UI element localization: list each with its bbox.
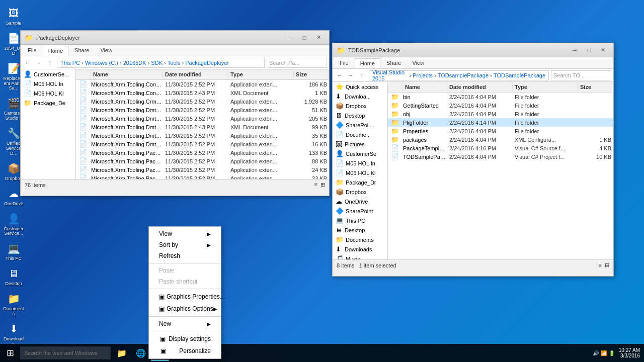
nav-item-2-15[interactable]: 🖥Desktop: [333, 225, 387, 235]
nav-item-2-14[interactable]: 💻This PC: [333, 216, 387, 225]
col-check-1[interactable]: [76, 70, 91, 78]
col-check-2[interactable]: [388, 83, 403, 91]
ctx-item-0[interactable]: View▶: [149, 228, 221, 239]
file-row-2-3[interactable]: 📁 PkgFolder 2/24/2016 4:14 PM File folde…: [388, 118, 613, 127]
nav-item-2-2[interactable]: 📦Dropbox: [333, 101, 387, 111]
file-row-1-10[interactable]: 📄 Microsoft.Xrm.Tooling.PackageDep... 11…: [76, 165, 329, 174]
col-name-2[interactable]: Name: [403, 83, 447, 91]
col-name-1[interactable]: Name: [91, 70, 163, 78]
minimize-button-2[interactable]: ─: [568, 45, 581, 55]
nav-item-2-18[interactable]: 🎵Music: [333, 254, 387, 259]
file-row-1-8[interactable]: 📄 Microsoft.Xrm.Tooling.PackageDep... 11…: [76, 148, 329, 157]
col-type-1[interactable]: Type: [228, 70, 294, 78]
search-box-1[interactable]: Search Pa...: [267, 58, 327, 68]
file-row-1-0[interactable]: 📄 Microsoft.Xrm.Tooling.Connector.dll 11…: [76, 80, 329, 88]
file-row-2-1[interactable]: 📁 GettingStarted 2/24/2016 4:04 PM File …: [388, 101, 613, 110]
file-row-1-3[interactable]: 📄 Microsoft.Xrm.Tooling.Dmt.DataMig... 1…: [76, 106, 329, 114]
nav-item-2-8[interactable]: 📄M05 HOL In: [333, 158, 387, 168]
up-button-1[interactable]: ↑: [45, 58, 55, 68]
nav-item-1-1[interactable]: 📄M05 HOL In: [21, 79, 75, 88]
file-row-1-2[interactable]: 📄 Microsoft.Xrm.Tooling.CrmConnector.C..…: [76, 97, 329, 106]
nav-item-2-4[interactable]: 🔷SharePoi...: [333, 120, 387, 130]
file-row-2-7[interactable]: 📄 TODSamplePackage 2/24/2016 4:04 PM Vis…: [388, 152, 613, 161]
col-size-2[interactable]: Size: [578, 83, 613, 91]
file-row-1-7[interactable]: 📄 Microsoft.Xrm.Tooling.Dmt.Metadata... …: [76, 140, 329, 148]
file-row-1-4[interactable]: 📄 Microsoft.Xrm.Tooling.Dmt.ImportPro...…: [76, 114, 329, 123]
file-row-1-9[interactable]: 📄 Microsoft.Xrm.Tooling.PackageDep... 11…: [76, 157, 329, 165]
address-path-2[interactable]: Visual Studio 2015 › Projects › TODsampl…: [369, 70, 549, 80]
forward-button-2[interactable]: →: [346, 70, 356, 80]
nav-item-2-6[interactable]: 🖼Pictures: [333, 139, 387, 149]
back-button-2[interactable]: ←: [335, 70, 345, 80]
detail-view-icon-1[interactable]: ⊞: [320, 182, 325, 188]
tab-share-2[interactable]: Share: [381, 58, 406, 68]
back-button-1[interactable]: ←: [23, 58, 33, 68]
desktop-icon-this_pc[interactable]: 💻This PC: [2, 239, 25, 263]
ctx-item-7[interactable]: ▣Graphics Properties...: [149, 291, 221, 303]
maximize-button-1[interactable]: □: [298, 33, 311, 43]
tab-share-1[interactable]: Share: [69, 46, 94, 56]
desktop-icon-documents[interactable]: 📁Documents: [2, 290, 25, 319]
nav-item-1-0[interactable]: 👤CustomerSe...: [21, 69, 75, 79]
nav-item-2-3[interactable]: 🖥Desktop: [333, 111, 387, 120]
nav-item-2-7[interactable]: 👤CustomerSe: [333, 149, 387, 158]
file-row-2-5[interactable]: 📁 packages 2/24/2016 4:04 PM XML Configu…: [388, 135, 613, 144]
nav-item-2-0[interactable]: ⭐Quick access: [333, 82, 387, 92]
nav-item-2-1[interactable]: ⬇Downloa...: [333, 92, 387, 101]
nav-item-2-11[interactable]: 📦Dropbox: [333, 187, 387, 197]
file-row-1-5[interactable]: 📄 Microsoft.Xrm.Tooling.Dmt.ImportPro...…: [76, 123, 329, 131]
nav-item-2-10[interactable]: 📁Package_Dr: [333, 177, 387, 187]
nav-item-1-3[interactable]: 📁Package_De: [21, 98, 75, 108]
ctx-item-13[interactable]: ▣Personalize: [149, 345, 221, 357]
desktop-icon-sample[interactable]: 🖼Sample: [2, 4, 25, 28]
address-path-1[interactable]: This PC › Windows (C:) › 20165DK › SDK ›…: [57, 58, 265, 68]
up-button-2[interactable]: ↑: [357, 70, 367, 80]
tab-file-1[interactable]: File: [23, 46, 42, 56]
tab-file-2[interactable]: File: [335, 58, 354, 68]
close-button-1[interactable]: ✕: [312, 33, 325, 43]
search-box-2[interactable]: Search TO...: [551, 70, 611, 80]
nav-item-2-17[interactable]: ⬇Downloads: [333, 244, 387, 254]
list-view-icon-2[interactable]: ≡: [599, 262, 602, 268]
desktop-icon-desktop_icon[interactable]: 🖥Desktop: [2, 264, 25, 289]
forward-button-1[interactable]: →: [34, 58, 44, 68]
tab-home-2[interactable]: Home: [355, 58, 380, 68]
file-row-1-11[interactable]: 📄 Microsoft.Xrm.Tooling.PackageDep... 11…: [76, 174, 329, 179]
file-row-1-6[interactable]: 📄 Microsoft.Xrm.Tooling.Dmt.Metadata... …: [76, 131, 329, 140]
file-row-2-0[interactable]: 📁 bin 2/24/2016 4:04 PM File folder: [388, 93, 613, 101]
col-date-1[interactable]: Date modified: [163, 70, 228, 78]
file-row-2-2[interactable]: 📁 obj 2/24/2016 4:04 PM File folder: [388, 110, 613, 118]
minimize-button-1[interactable]: ─: [284, 33, 297, 43]
list-view-icon-1[interactable]: ≡: [314, 182, 317, 188]
nav-item-2-13[interactable]: 🔷SharePoint: [333, 206, 387, 216]
ctx-item-1[interactable]: Sort by▶: [149, 239, 221, 250]
tab-home-1[interactable]: Home: [43, 46, 68, 56]
ctx-item-8[interactable]: ▣Graphics Options▶: [149, 303, 221, 315]
nav-item-2-16[interactable]: 📁Documents: [333, 235, 387, 244]
file-row-2-4[interactable]: 📁 Properties 2/24/2016 4:04 PM File fold…: [388, 127, 613, 135]
file-row-1-1[interactable]: 📄 Microsoft.Xrm.Tooling.Connector.dll.co…: [76, 88, 329, 97]
ctx-item-2[interactable]: Refresh: [149, 250, 221, 261]
tab-view-2[interactable]: View: [407, 58, 429, 68]
col-size-1[interactable]: Size: [294, 70, 329, 78]
desktop-icon-customer_svc[interactable]: 👤Customer Service...: [2, 210, 25, 239]
start-button[interactable]: ⊞: [0, 344, 20, 362]
close-button-2[interactable]: ✕: [596, 45, 609, 55]
nav-icon-2-3: 🖥: [336, 112, 343, 119]
nav-item-2-12[interactable]: ☁OneDrive: [333, 197, 387, 206]
taskbar-clock[interactable]: 10:27 AM 3/3/2016: [619, 347, 644, 358]
nav-item-2-5[interactable]: 📄Docume...: [333, 130, 387, 139]
file-row-2-6[interactable]: 📄 PackageTemplate.cs 2/24/2016 4:16 PM V…: [388, 144, 613, 152]
maximize-button-2[interactable]: □: [582, 45, 595, 55]
detail-view-icon-2[interactable]: ⊞: [605, 262, 609, 268]
col-date-2[interactable]: Date modified: [447, 83, 513, 91]
ctx-item-10[interactable]: New▶: [149, 318, 221, 329]
tab-view-1[interactable]: View: [95, 46, 117, 56]
taskbar-search[interactable]: [20, 346, 111, 359]
col-type-2[interactable]: Type: [513, 83, 578, 91]
nav-item-1-2[interactable]: 📄M06 HOL Ki: [21, 88, 75, 98]
ctx-item-12[interactable]: ▣Display settings: [149, 333, 221, 345]
nav-item-2-9[interactable]: 📄M06 HOL Ki: [333, 168, 387, 177]
taskbar-file-explorer[interactable]: 📁: [113, 345, 131, 361]
taskbar-edge[interactable]: 🌐: [132, 345, 150, 361]
